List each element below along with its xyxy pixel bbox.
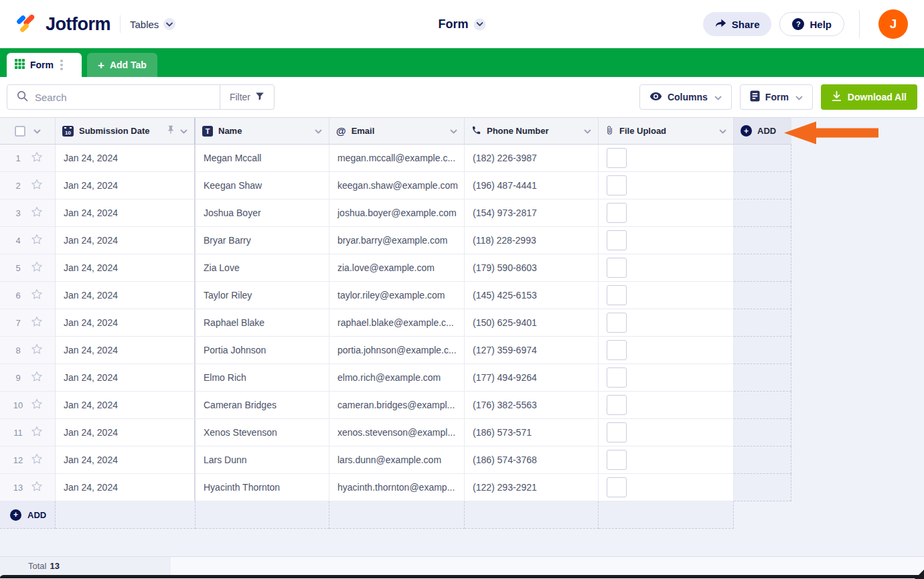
file-thumbnail[interactable] [607, 422, 627, 442]
cell-add-column[interactable] [734, 145, 791, 172]
cell-add-column[interactable] [734, 446, 791, 474]
cell-email[interactable]: taylor.riley@example.com [329, 282, 465, 309]
cell-email[interactable]: bryar.barry@example.com [329, 227, 465, 254]
cell-phone[interactable]: (182) 226-3987 [465, 145, 599, 172]
cell-date[interactable]: Jan 24, 2024 [56, 309, 196, 337]
column-header-submission-date[interactable]: 10 Submission Date [56, 118, 196, 145]
file-thumbnail[interactable] [607, 230, 627, 250]
star-icon[interactable] [31, 288, 43, 302]
chevron-down-icon[interactable] [180, 126, 187, 136]
column-header-file-upload[interactable]: File Upload [599, 118, 734, 145]
file-thumbnail[interactable] [607, 477, 627, 497]
column-header-email[interactable]: @ Email [329, 118, 465, 145]
cell-email[interactable]: keegan.shaw@example.com [329, 172, 465, 199]
file-thumbnail[interactable] [607, 258, 627, 278]
star-icon[interactable] [31, 343, 43, 357]
star-icon[interactable] [31, 481, 43, 494]
cell-date[interactable]: Jan 24, 2024 [56, 282, 196, 309]
star-icon[interactable] [31, 206, 43, 220]
cell-phone[interactable]: (177) 494-9264 [465, 364, 599, 392]
add-row-cell[interactable] [599, 501, 734, 529]
cell-date[interactable]: Jan 24, 2024 [56, 392, 196, 419]
add-row-cell[interactable] [329, 501, 465, 529]
chevron-down-icon[interactable] [719, 126, 726, 136]
cell-date[interactable]: Jan 24, 2024 [56, 364, 196, 392]
cell-date[interactable]: Jan 24, 2024 [56, 199, 196, 227]
star-icon[interactable] [31, 261, 43, 274]
cell-email[interactable]: cameran.bridges@exampl... [329, 392, 465, 419]
tab-form[interactable]: Form [7, 53, 82, 77]
file-thumbnail[interactable] [607, 285, 627, 305]
cell-add-column[interactable] [734, 282, 791, 309]
filter-button[interactable]: Filter [220, 85, 274, 109]
file-thumbnail[interactable] [607, 395, 627, 415]
cell-email[interactable]: elmo.rich@example.com [329, 364, 465, 392]
share-button[interactable]: Share [703, 12, 772, 36]
avatar[interactable]: J [878, 9, 908, 39]
cell-phone[interactable]: (150) 625-9401 [465, 309, 599, 337]
chevron-down-icon[interactable] [33, 126, 41, 136]
cell-phone[interactable]: (176) 382-5563 [465, 392, 599, 419]
tab-menu-icon[interactable] [60, 60, 63, 70]
add-row-cell[interactable] [465, 501, 599, 529]
cell-date[interactable]: Jan 24, 2024 [56, 172, 196, 199]
add-row-button[interactable]: + ADD [0, 501, 56, 529]
cell-date[interactable]: Jan 24, 2024 [56, 446, 196, 474]
file-thumbnail[interactable] [607, 203, 627, 223]
star-icon[interactable] [31, 316, 43, 329]
cell-date[interactable]: Jan 24, 2024 [56, 419, 196, 446]
cell-phone[interactable]: (196) 487-4441 [465, 172, 599, 199]
star-icon[interactable] [31, 453, 43, 467]
cell-name[interactable]: Taylor Riley [196, 282, 329, 309]
column-header-name[interactable]: T Name [196, 118, 329, 145]
cell-phone[interactable]: (186) 573-571 [465, 419, 599, 446]
cell-add-column[interactable] [734, 364, 791, 392]
cell-email[interactable]: portia.johnson@example.c... [329, 337, 465, 364]
chevron-down-icon[interactable] [450, 126, 457, 136]
cell-date[interactable]: Jan 24, 2024 [56, 145, 196, 172]
add-column-button[interactable]: + ADD [734, 118, 791, 145]
cell-name[interactable]: Elmo Rich [196, 364, 329, 392]
cell-phone[interactable]: (127) 359-6974 [465, 337, 599, 364]
file-thumbnail[interactable] [607, 313, 627, 333]
column-header-phone[interactable]: Phone Number [465, 118, 599, 145]
cell-phone[interactable]: (145) 425-6153 [465, 282, 599, 309]
search-input[interactable]: Search [7, 90, 220, 104]
cell-phone[interactable]: (122) 293-2921 [465, 474, 599, 501]
add-row-cell[interactable] [196, 501, 329, 529]
jotform-logo[interactable]: Jotform [15, 11, 110, 37]
cell-name[interactable]: Raphael Blake [196, 309, 329, 337]
file-thumbnail[interactable] [607, 367, 627, 388]
cell-name[interactable]: Xenos Stevenson [196, 419, 329, 446]
cell-add-column[interactable] [734, 337, 791, 364]
cell-email[interactable]: xenos.stevenson@exampl... [329, 419, 465, 446]
file-thumbnail[interactable] [607, 148, 627, 168]
form-view-button[interactable]: Form [740, 84, 813, 110]
form-title-dropdown[interactable]: Form [439, 17, 486, 31]
pin-icon[interactable] [167, 125, 175, 137]
cell-date[interactable]: Jan 24, 2024 [56, 337, 196, 364]
cell-add-column[interactable] [734, 172, 791, 199]
cell-phone[interactable]: (179) 590-8603 [465, 254, 599, 282]
chevron-down-icon[interactable] [315, 126, 322, 136]
cell-email[interactable]: lars.dunn@example.com [329, 446, 465, 474]
cell-add-column[interactable] [734, 199, 791, 227]
add-row-cell[interactable] [56, 501, 196, 529]
file-thumbnail[interactable] [607, 175, 627, 195]
select-all-checkbox[interactable] [15, 126, 25, 137]
cell-name[interactable]: Joshua Boyer [196, 199, 329, 227]
file-thumbnail[interactable] [607, 340, 627, 360]
cell-date[interactable]: Jan 24, 2024 [56, 474, 196, 501]
cell-date[interactable]: Jan 24, 2024 [56, 227, 196, 254]
cell-name[interactable]: Lars Dunn [196, 446, 329, 474]
cell-email[interactable]: hyacinth.thornton@examp... [329, 474, 465, 501]
cell-add-column[interactable] [734, 254, 791, 282]
star-icon[interactable] [31, 179, 43, 192]
add-tab-button[interactable]: + Add Tab [87, 53, 157, 77]
cell-name[interactable]: Hyacinth Thornton [196, 474, 329, 501]
cell-name[interactable]: Bryar Barry [196, 227, 329, 254]
cell-email[interactable]: zia.love@example.com [329, 254, 465, 282]
cell-phone[interactable]: (154) 973-2817 [465, 199, 599, 227]
chevron-down-icon[interactable] [584, 126, 591, 136]
cell-name[interactable]: Cameran Bridges [196, 392, 329, 419]
